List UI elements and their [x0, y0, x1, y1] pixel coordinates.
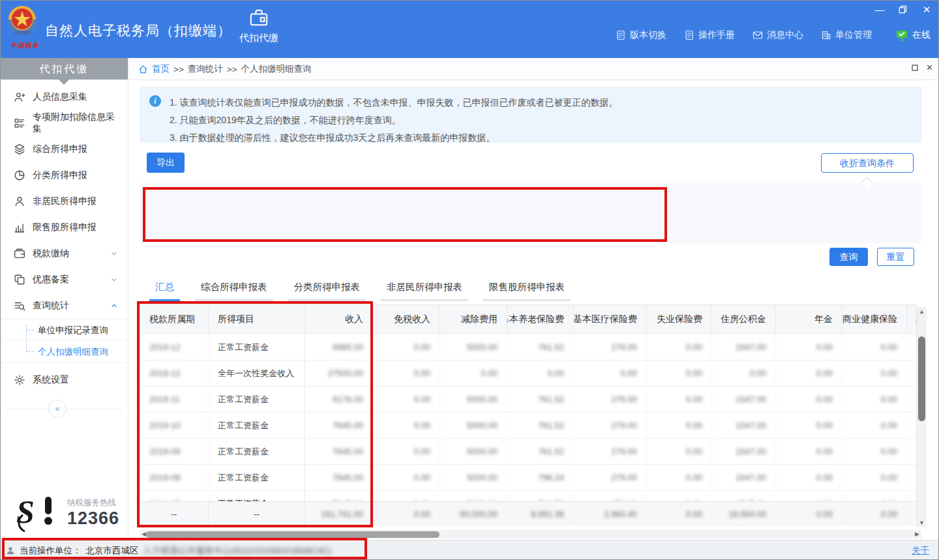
export-button[interactable]: 导出 — [147, 153, 185, 173]
table-row[interactable]: 2019-08正常工资薪金7645.000.005000.00798.24279… — [140, 464, 916, 490]
table-cell: 0.00 — [440, 361, 507, 386]
chevron-up-icon — [110, 301, 119, 310]
table-cell: 0.00 — [842, 439, 907, 464]
scroll-down-icon[interactable]: ▼ — [917, 518, 927, 527]
about-link[interactable]: 关于 — [912, 545, 929, 557]
table-cell: 9178.00 — [305, 387, 373, 412]
briefcase-icon — [249, 8, 269, 28]
sidebar-item-label: 综合所得申报 — [33, 143, 87, 155]
sidebar-item-6[interactable]: 税款缴纳 — [1, 241, 128, 267]
sidebar-item-label: 人员信息采集 — [33, 91, 87, 103]
sidebar-subitem-0[interactable]: 单位申报记录查询 — [1, 319, 128, 341]
header-nav-item-1[interactable]: 操作手册 — [684, 29, 735, 41]
table-row[interactable]: 2019-12正常工资薪金9985.000.005000.00761.52279… — [140, 334, 916, 360]
table-cell: 0.00 — [373, 491, 440, 501]
sidebar-item-1[interactable]: 专项附加扣除信息采集 — [1, 110, 128, 136]
header-nav-item-2[interactable]: 消息中心 — [753, 29, 803, 41]
sidebar-item-8[interactable]: 查询统计 — [1, 293, 128, 319]
notice-box: i 1. 该查询统计表仅能查询已申报成功的数据，不包含未申报、申报失败，已申报但… — [140, 87, 922, 143]
table-cell: 正常工资薪金 — [209, 491, 305, 501]
table-header-row: 税款所属期所得项目收入免税收入减除费用基本养老保险费基本医疗保险费失业保险费住房… — [140, 305, 916, 334]
hotline-block: S 纳税服务热线 12366 — [15, 493, 119, 533]
sidebar-item-5[interactable]: 限售股所得申报 — [1, 214, 128, 241]
tab-4[interactable]: 限售股所得申报表 — [483, 281, 571, 301]
tab-2[interactable]: 分类所得申报表 — [288, 281, 366, 301]
table-cell: 5000.00 — [440, 465, 507, 490]
header-nav-item-3[interactable]: 单位管理 — [821, 29, 872, 41]
reset-button[interactable]: 重置 — [877, 248, 914, 266]
home-icon — [138, 65, 148, 74]
table-cell: 0.00 — [776, 387, 842, 412]
table-cell: 2019-07 — [140, 491, 209, 501]
nav-label: 版本切换 — [630, 29, 666, 41]
table-cell — [907, 361, 917, 386]
table-row[interactable]: 2019-11正常工资薪金9178.000.005000.00761.52279… — [140, 386, 916, 412]
table-cell: 0.00 — [776, 439, 842, 464]
column-header-6: 基本医疗保险费 — [574, 305, 647, 334]
person-icon — [6, 546, 15, 555]
table-cell: 798.24 — [507, 465, 574, 490]
horizontal-scrollbar[interactable]: ◀ ▶ — [140, 530, 921, 538]
table-row[interactable]: 2019-12全年一次性奖金收入27500.000.000.000.000.00… — [140, 360, 916, 386]
maximize-icon[interactable] — [911, 64, 919, 72]
table-cell: 0.00 — [507, 361, 574, 386]
table-cell: 0.00 — [842, 334, 907, 360]
tab-1[interactable]: 综合所得申报表 — [195, 281, 273, 301]
sidebar-item-2[interactable]: 综合所得申报 — [1, 136, 128, 162]
table-cell: 0.00 — [776, 465, 842, 490]
table-cell: 0.00 — [647, 491, 712, 501]
table-row[interactable]: 2019-09正常工资薪金7645.000.005000.00761.52279… — [140, 438, 916, 464]
sidebar-item-3[interactable]: 分类所得申报 — [1, 162, 128, 188]
layers-icon — [14, 143, 25, 155]
sidebar-subitem-1[interactable]: 个人扣缴明细查询 — [1, 341, 128, 362]
app-tab-daikou-daijiao[interactable]: 代扣代缴 — [228, 8, 290, 44]
vertical-scroll-thumb[interactable] — [918, 336, 925, 421]
column-header-2: 收入 — [305, 305, 373, 334]
sidebar-item-label: 专项附加扣除信息采集 — [33, 111, 119, 135]
table-cell — [907, 491, 916, 501]
minimize-icon[interactable]: — — [874, 5, 885, 15]
sidebar-item-4[interactable]: 非居民所得申报 — [1, 188, 128, 214]
table-row[interactable]: 2019-10正常工资薪金7645.000.005000.00761.52279… — [140, 412, 916, 438]
sidebar-item-settings[interactable]: 系统设置 — [1, 367, 128, 393]
horizontal-scroll-thumb[interactable] — [146, 531, 440, 538]
table-cell: 1547.00 — [712, 491, 776, 501]
sidebar-item-label: 查询统计 — [33, 300, 69, 312]
window-controls: — ✕ — [874, 5, 932, 15]
close-pane-icon[interactable]: ✕ — [926, 64, 933, 72]
table-cell: 761.52 — [507, 439, 574, 464]
nav-label: 操作手册 — [698, 29, 735, 41]
table-cell: 0.00 — [776, 502, 842, 526]
breadcrumb-home[interactable]: 首页 — [152, 63, 170, 75]
header-nav-item-0[interactable]: 版本切换 — [616, 29, 666, 41]
column-header-9: 年金 — [776, 305, 842, 334]
query-form-panel — [140, 183, 921, 243]
search-list-icon — [14, 300, 25, 312]
current-unit-blurred: 人力资源公共服务中心(91110102MA01B48C4C) — [143, 545, 331, 557]
column-header-10: 商业健康保险 — [842, 305, 907, 334]
table-cell: 279.00 — [574, 334, 647, 360]
collapse-query-button[interactable]: 收折查询条件 — [821, 153, 914, 173]
table-cell: 2019-10 — [140, 413, 209, 438]
close-icon[interactable]: ✕ — [921, 5, 932, 15]
table-cell: 0.00 — [776, 361, 842, 386]
restore-icon[interactable] — [898, 5, 908, 15]
tab-0[interactable]: 汇总 — [149, 281, 180, 301]
table-cell: 60,000.00 — [440, 502, 507, 526]
column-header-1: 所得项目 — [209, 305, 305, 334]
vertical-scrollbar[interactable]: ▲ ▼ — [917, 307, 927, 527]
table-cell: 761.52 — [507, 334, 574, 360]
sidebar-item-7[interactable]: 优惠备案 — [1, 267, 128, 293]
scroll-up-icon[interactable]: ▲ — [917, 307, 927, 316]
table-cell: 0.00 — [712, 361, 776, 386]
sidebar-collapse-button[interactable]: « — [48, 400, 67, 418]
sidebar-item-0[interactable]: 人员信息采集 — [1, 84, 128, 110]
query-button[interactable]: 查询 — [829, 248, 868, 266]
info-icon: i — [149, 95, 161, 107]
scroll-right-icon[interactable]: ▶ — [913, 530, 921, 538]
sidebar-item-label: 非居民所得申报 — [33, 196, 97, 207]
table-cell — [907, 334, 917, 360]
table-cell: 8,991.36 — [507, 502, 574, 526]
table-row-partial: 2019-07正常工资薪金7645.000.005000.00761.52279… — [140, 490, 916, 501]
tab-3[interactable]: 非居民所得申报表 — [381, 281, 468, 301]
